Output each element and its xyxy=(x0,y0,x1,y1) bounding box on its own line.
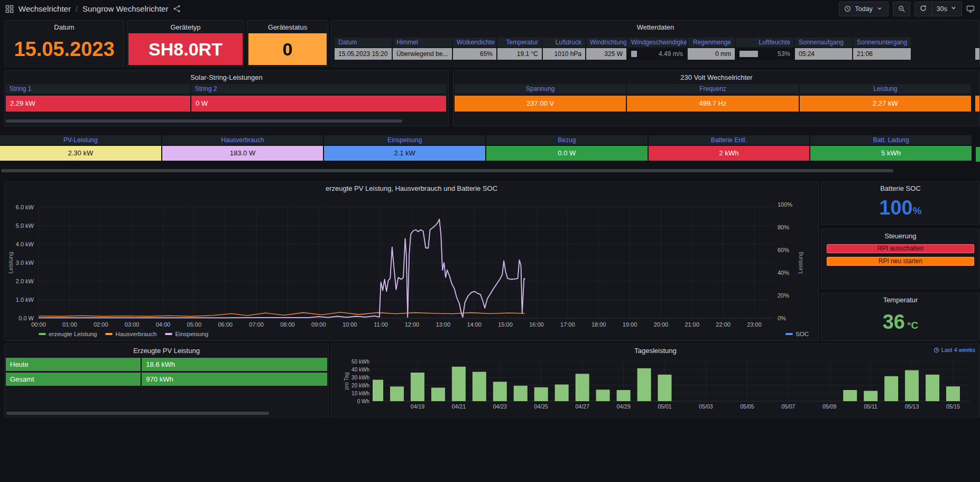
panel-230v: 230 Volt Wechselrichter SpannungFrequenz… xyxy=(453,70,980,126)
cell-value: 53% xyxy=(778,48,790,60)
flow-value-cell: 183.0 W xyxy=(162,146,323,161)
svg-text:02:00: 02:00 xyxy=(94,321,108,328)
ac-value-cell: 2.27 kW xyxy=(800,96,971,112)
temperatur-value: 36°C xyxy=(822,305,978,339)
svg-text:04/25: 04/25 xyxy=(534,403,548,410)
bar xyxy=(946,386,960,401)
flow-table: PV-Leistung2.30 kWHausverbrauch183.0 WEi… xyxy=(0,135,973,161)
bar xyxy=(658,375,672,401)
panel-title: Steuerung xyxy=(821,231,979,241)
rpi-control-button[interactable]: RPI ausschalten xyxy=(827,244,974,253)
chevron-down-icon xyxy=(950,5,957,13)
breadcrumb-separator: / xyxy=(76,4,78,13)
svg-text:05/13: 05/13 xyxy=(905,403,919,410)
column-header: Wolkendichte xyxy=(453,38,496,47)
ac-value-cell: 237.00 V xyxy=(455,96,626,112)
soc-value: 100% xyxy=(822,192,978,223)
refresh-control: 30s xyxy=(914,2,962,16)
svg-text:08:00: 08:00 xyxy=(280,321,295,328)
column-header: Datum xyxy=(335,38,392,47)
bar xyxy=(843,390,857,401)
chart-legend: erzeugte LeistungHausverbrauchEinspeisun… xyxy=(39,331,208,337)
svg-text:01:00: 01:00 xyxy=(62,321,77,328)
legend-swatch xyxy=(785,333,793,335)
geraetetyp-value: SH8.0RT xyxy=(128,33,243,65)
refresh-interval-dropdown[interactable]: 30s xyxy=(931,2,961,16)
kiosk-monitor-icon[interactable] xyxy=(966,5,975,13)
svg-text:13:00: 13:00 xyxy=(436,321,451,328)
svg-text:16:00: 16:00 xyxy=(529,321,544,328)
legend-item[interactable]: SOC xyxy=(785,331,809,337)
apps-grid-icon[interactable] xyxy=(5,5,14,13)
bar xyxy=(576,374,589,401)
series-Einspeisung xyxy=(39,219,525,318)
bar xyxy=(452,367,466,401)
horizontal-scrollbar[interactable] xyxy=(6,119,402,123)
bar xyxy=(390,386,404,401)
ac-value-row: 237.00 V499.7 Hz2.27 kW xyxy=(455,96,972,112)
bar-chart-plot[interactable]: 0 Wh10 kWh20 kWh30 kWh40 kWh50 kWh04/190… xyxy=(332,357,979,416)
ac-value-cell: 499.7 Hz xyxy=(627,96,798,112)
column-header: Batterie Entl. xyxy=(649,135,810,145)
weather-column: Temperatur19.1 °C xyxy=(497,38,542,60)
refresh-button[interactable] xyxy=(915,2,931,16)
svg-text:2.0 kW: 2.0 kW xyxy=(16,278,34,284)
legend-item[interactable]: erzeugte Leistung xyxy=(39,331,97,337)
series-erzeugte Leistung xyxy=(39,219,525,318)
svg-text:0 Wh: 0 Wh xyxy=(357,398,369,404)
time-range-picker[interactable]: Today xyxy=(839,2,888,16)
panel-batterie-soc: Batterie SOC 100% xyxy=(821,181,980,225)
column-header: Frequenz xyxy=(627,84,798,94)
timeseries-plot[interactable]: 0.0 W1.0 kW2.0 kW3.0 kW4.0 kW5.0 kW6.0 k… xyxy=(6,196,817,329)
svg-text:06:00: 06:00 xyxy=(218,321,233,328)
svg-text:40%: 40% xyxy=(778,270,789,276)
svg-text:04/23: 04/23 xyxy=(493,403,507,410)
column-header: Sonnenuntergang xyxy=(853,38,911,47)
column-header: Sonnenaufgang xyxy=(795,38,852,47)
bar xyxy=(617,390,631,401)
rpi-control-button[interactable]: RPI neu starten xyxy=(827,257,974,266)
svg-text:100%: 100% xyxy=(778,201,792,208)
legend-item[interactable]: Hausverbrauch xyxy=(105,331,156,337)
svg-text:05/09: 05/09 xyxy=(822,403,836,410)
panel-solar-strings: Solar-String-Leistungen String 1String 2… xyxy=(4,70,449,126)
chevron-down-icon xyxy=(876,5,883,12)
svg-text:20:00: 20:00 xyxy=(654,321,669,328)
horizontal-scrollbar[interactable] xyxy=(6,412,269,415)
svg-text:3.0 kW: 3.0 kW xyxy=(16,259,34,266)
svg-text:21:00: 21:00 xyxy=(685,321,700,328)
legend-label: SOC xyxy=(796,331,809,337)
svg-text:Leistung: Leistung xyxy=(797,252,803,274)
panel-geraetestatus: Gerätestatus 0 xyxy=(247,20,328,67)
svg-text:4.0 kW: 4.0 kW xyxy=(16,241,34,247)
zoom-out-button[interactable] xyxy=(893,2,910,16)
weather-table: Datum15.05.2023 15:20HimmelÜberwiegend b… xyxy=(335,38,912,60)
svg-text:05:00: 05:00 xyxy=(187,321,202,328)
legend-swatch xyxy=(39,333,46,335)
svg-text:05/05: 05/05 xyxy=(740,403,754,410)
gauge-track xyxy=(739,51,774,57)
breadcrumb-dashboard[interactable]: Wechselrichter xyxy=(19,4,71,13)
share-icon[interactable] xyxy=(173,5,181,13)
datum-value: 15.05.2023 xyxy=(6,33,123,65)
legend-item[interactable]: Einspeisung xyxy=(165,331,208,337)
svg-text:pro Tag: pro Tag xyxy=(344,372,349,390)
bar xyxy=(493,382,507,401)
panel-temperatur: Temperatur 36°C xyxy=(821,293,980,341)
svg-text:04/29: 04/29 xyxy=(616,403,630,410)
cell-value: 4.49 m/s xyxy=(659,48,683,60)
flow-column: Batterie Entl.2 kWh xyxy=(649,135,810,161)
svg-text:50 kWh: 50 kWh xyxy=(352,359,369,365)
control-buttons: RPI ausschaltenRPI neu starten xyxy=(821,244,979,270)
horizontal-scrollbar[interactable] xyxy=(1,169,893,172)
weather-cell: 1010 hPa xyxy=(543,48,585,60)
svg-text:05/11: 05/11 xyxy=(864,403,877,410)
row-label-cell: Gesamt xyxy=(6,373,141,386)
column-header: Luftdruck xyxy=(543,38,585,47)
flow-column: Batt. Ladung5 kWh xyxy=(810,135,972,161)
legend-label: erzeugte Leistung xyxy=(49,331,97,337)
svg-text:05/07: 05/07 xyxy=(781,403,795,410)
panel-title: Gerätestatus xyxy=(247,22,328,32)
svg-text:04/19: 04/19 xyxy=(411,403,424,410)
column-header: Windrichtung xyxy=(586,38,626,47)
